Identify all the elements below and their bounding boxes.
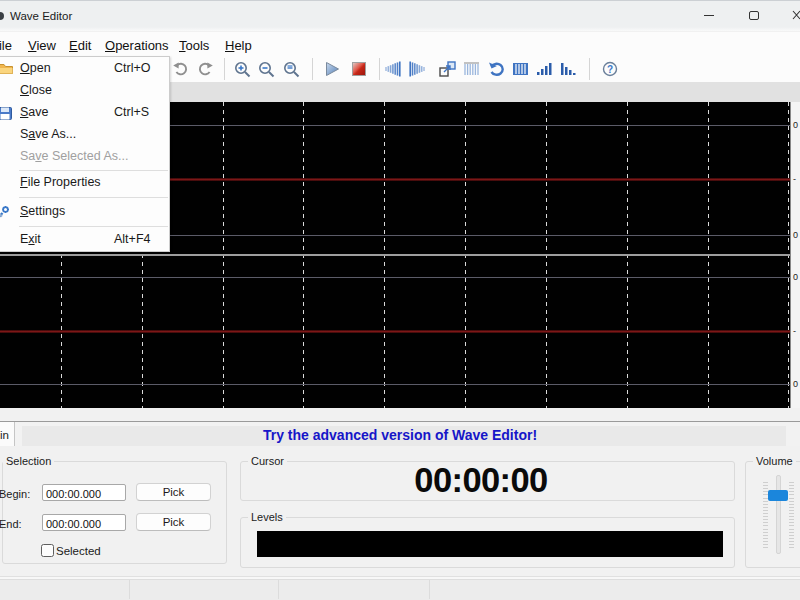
svg-text:?: ?	[607, 64, 613, 75]
